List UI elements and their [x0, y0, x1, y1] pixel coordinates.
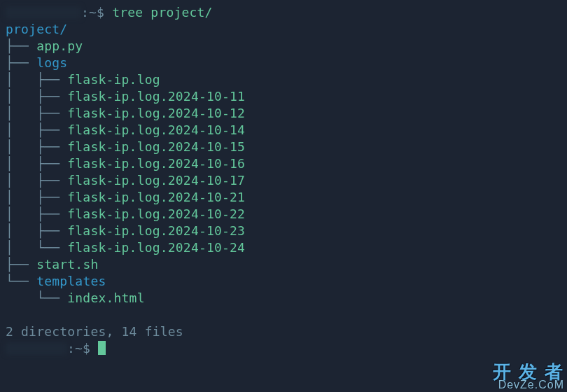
tree-row: │ ├── flask-ip.log.2024-10-16: [6, 155, 561, 172]
tree-branch: ├──: [6, 38, 36, 53]
tree-row: │ ├── flask-ip.log.2024-10-22: [6, 206, 561, 223]
tree-row: │ ├── flask-ip.log.2024-10-21: [6, 189, 561, 206]
tree-branch: ├──: [6, 257, 36, 272]
tree-row: │ └── flask-ip.log.2024-10-24: [6, 239, 561, 256]
file-name: flask-ip.log.2024-10-12: [67, 106, 245, 120]
tree-branch: │ ├──: [6, 173, 67, 188]
file-name: flask-ip.log.2024-10-24: [67, 240, 245, 255]
tree-row: │ ├── flask-ip.log.2024-10-12: [6, 105, 561, 122]
file-name: index.html: [67, 290, 144, 305]
cursor-block: [98, 341, 106, 355]
watermark: 开 发 者 DevZe.CoM: [493, 363, 564, 391]
file-name: flask-ip.log.2024-10-23: [67, 223, 245, 238]
file-name: flask-ip.log.2024-10-16: [67, 156, 245, 171]
tree-branch: │ ├──: [6, 190, 67, 204]
file-name: flask-ip.log.2024-10-17: [67, 173, 245, 188]
file-name: flask-ip.log: [67, 72, 160, 87]
tree-row: │ ├── flask-ip.log.2024-10-15: [6, 139, 561, 155]
tree-branch: │ └──: [6, 240, 67, 255]
dir-name: logs: [36, 55, 67, 70]
watermark-line2: DevZe.CoM: [493, 379, 564, 391]
tree-branch: └──: [6, 274, 36, 288]
watermark-line1: 开 发 者: [493, 363, 564, 381]
file-name: flask-ip.log.2024-10-15: [67, 139, 245, 154]
tree-branch: │ ├──: [6, 223, 67, 238]
tree-row: │ ├── flask-ip.log.2024-10-17: [6, 172, 561, 189]
tree-root: project/: [6, 21, 561, 38]
obscured-user-host: [6, 6, 81, 19]
prompt-separator-2: :~$: [67, 341, 98, 356]
tree-branch: └──: [6, 290, 67, 305]
tree-row: ├── start.sh: [6, 256, 561, 273]
tree-branch: ├──: [6, 55, 36, 70]
file-name: app.py: [36, 38, 83, 53]
tree-branch: │ ├──: [6, 122, 67, 137]
tree-row: │ ├── flask-ip.log.2024-10-11: [6, 88, 561, 105]
obscured-user-host-2: [6, 342, 67, 355]
file-name: flask-ip.log.2024-10-21: [67, 190, 245, 204]
tree-row: ├── logs: [6, 55, 561, 71]
tree-row: │ ├── flask-ip.log.2024-10-14: [6, 122, 561, 139]
tree-row: └── index.html: [6, 290, 561, 307]
terminal-output[interactable]: :~$ tree project/project/├── app.py├── l…: [0, 0, 567, 363]
blank-line: [6, 307, 561, 323]
tree-row: └── templates: [6, 273, 561, 290]
command-text: tree project/: [112, 5, 212, 20]
tree-branch: │ ├──: [6, 206, 67, 221]
summary-line: 2 directories, 14 files: [6, 323, 561, 340]
file-name: flask-ip.log.2024-10-11: [67, 89, 245, 104]
tree-branch: │ ├──: [6, 106, 67, 120]
tree-branch: │ ├──: [6, 156, 67, 171]
file-name: flask-ip.log.2024-10-22: [67, 206, 245, 221]
tree-row: │ ├── flask-ip.log.2024-10-23: [6, 223, 561, 239]
command-line: :~$ tree project/: [6, 4, 561, 21]
prompt-line-2: :~$: [6, 340, 561, 357]
tree-branch: │ ├──: [6, 89, 67, 104]
tree-branch: │ ├──: [6, 139, 67, 154]
dir-name: project/: [6, 22, 67, 36]
dir-name: templates: [36, 274, 106, 288]
prompt-separator: :~$: [81, 5, 112, 20]
file-name: flask-ip.log.2024-10-14: [67, 122, 245, 137]
tree-branch: │ ├──: [6, 72, 67, 87]
tree-output: project/├── app.py├── logs│ ├── flask-ip…: [6, 21, 561, 307]
tree-row: ├── app.py: [6, 38, 561, 55]
tree-row: │ ├── flask-ip.log: [6, 71, 561, 88]
file-name: start.sh: [36, 257, 98, 272]
